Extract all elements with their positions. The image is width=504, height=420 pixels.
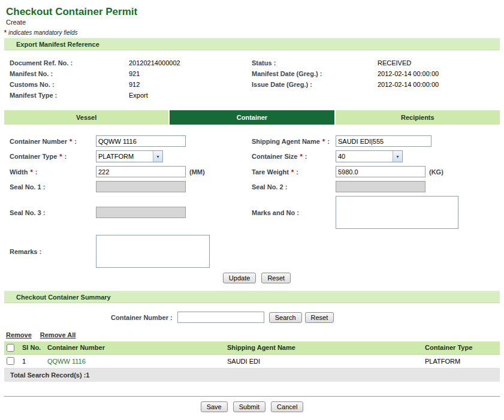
info-row: Manifest No. : 921 Manifest Date (Greg.)…: [10, 68, 504, 79]
info-value: 912: [129, 81, 252, 88]
container-size-select[interactable]: 40 ▼: [336, 150, 403, 162]
search-button[interactable]: Search: [269, 312, 302, 323]
width-input[interactable]: [96, 166, 186, 177]
tab-bar: Vessel Container Recipients: [4, 110, 500, 125]
container-form: Container Number*: Shipping Agent Name*:…: [0, 125, 504, 283]
required-star: *: [70, 138, 72, 145]
page-actions: Save Submit Cancel: [0, 401, 504, 412]
column-header-sl-no: Sl No.: [20, 342, 45, 354]
remove-link[interactable]: Remove: [6, 331, 32, 339]
save-button[interactable]: Save: [201, 401, 228, 412]
form-row: Width*: (MM) Tare Weight*: (KG): [10, 166, 504, 177]
info-row: Manifest Type : Export: [10, 90, 504, 101]
required-star: *: [59, 153, 62, 160]
form-row: Seal No. 1 : Seal No. 2 :: [10, 181, 504, 192]
container-type-value: PLATFORM: [96, 153, 153, 160]
tab-recipients[interactable]: Recipients: [336, 110, 500, 125]
form-row: Seal No. 3 : Marks and No :: [10, 196, 504, 229]
row-checkbox[interactable]: [7, 357, 14, 365]
shipping-agent-label: Shipping Agent Name*:: [252, 138, 336, 145]
tare-weight-label: Tare Weight*:: [252, 168, 336, 176]
total-records-bar: Total Search Record(s) :1: [4, 368, 500, 382]
info-label: Document Ref. No. :: [10, 59, 129, 67]
seal2-label: Seal No. 2 :: [252, 183, 336, 191]
info-label: Customs No. :: [10, 81, 129, 88]
mandatory-note-text: indicates mandatory fields: [8, 29, 78, 36]
required-star: *: [300, 153, 302, 160]
marks-textarea[interactable]: [336, 196, 458, 229]
divider: [4, 396, 500, 397]
search-container-number-label: Container Number :: [111, 314, 173, 321]
info-label: Issue Date (Greg.) :: [252, 81, 378, 88]
cell-container-type: PLATFORM: [422, 354, 500, 368]
seal1-input: [96, 181, 186, 192]
tab-container[interactable]: Container: [170, 110, 334, 125]
column-header-container-type: Container Type: [422, 342, 500, 354]
update-button[interactable]: Update: [223, 273, 256, 283]
seal3-input: [96, 207, 186, 218]
required-star: *: [30, 168, 32, 176]
search-reset-button[interactable]: Reset: [305, 312, 334, 323]
column-header-container-number: Container Number: [45, 342, 225, 354]
section-title: Checkout Container Summary: [16, 294, 111, 301]
info-value: Export: [129, 92, 252, 99]
chevron-down-icon: ▼: [153, 151, 162, 162]
container-size-label: Container Size*:: [252, 153, 336, 160]
container-number-label: Container Number*:: [10, 138, 96, 145]
width-label: Width*:: [10, 168, 96, 176]
required-star: *: [291, 168, 294, 176]
summary-search-row: Container Number : Search Reset: [111, 312, 504, 323]
container-number-link[interactable]: QQWW 1116: [47, 358, 86, 365]
marks-label: Marks and No :: [252, 209, 336, 216]
cell-shipping-agent: SAUDI EDI: [225, 354, 422, 368]
submit-button[interactable]: Submit: [233, 401, 265, 412]
table-row: 1 QQWW 1116 SAUDI EDI PLATFORM: [4, 354, 500, 368]
table-header-row: Sl No. Container Number Shipping Agent N…: [4, 342, 500, 354]
info-row: Customs No. : 912 Issue Date (Greg.) : 2…: [10, 79, 504, 90]
cell-sl-no: 1: [20, 354, 45, 368]
container-type-label: Container Type*:: [10, 153, 96, 160]
info-label: Status :: [252, 59, 378, 67]
tare-weight-unit-label: (KG): [429, 168, 443, 176]
remarks-label: Remarks :: [10, 248, 96, 255]
info-label: Manifest No. :: [10, 70, 129, 77]
section-title: Export Manifest Reference: [16, 41, 99, 48]
seal2-input: [336, 181, 425, 192]
form-actions: Update Reset: [10, 273, 504, 283]
cancel-button[interactable]: Cancel: [271, 401, 303, 412]
mandatory-star: *: [4, 29, 7, 36]
info-label: Manifest Type :: [10, 92, 129, 99]
container-number-search-input[interactable]: [177, 312, 264, 323]
export-manifest-info: Document Ref. No. : 20120214000002 Statu…: [0, 50, 504, 107]
remove-all-link[interactable]: Remove All: [40, 331, 76, 339]
seal3-label: Seal No. 3 :: [10, 209, 96, 216]
form-row: Container Number*: Shipping Agent Name*:: [10, 135, 504, 147]
section-export-manifest-reference: Export Manifest Reference: [4, 38, 500, 50]
tab-vessel[interactable]: Vessel: [4, 110, 168, 125]
shipping-agent-input[interactable]: [336, 135, 431, 147]
select-all-checkbox[interactable]: [7, 344, 14, 352]
page-title: Checkout Container Permit: [6, 6, 504, 18]
info-value: 921: [129, 70, 252, 77]
column-header-shipping-agent: Shipping Agent Name: [225, 342, 422, 354]
container-type-select[interactable]: PLATFORM ▼: [96, 150, 163, 162]
info-value: 20120214000002: [129, 59, 252, 67]
remarks-textarea[interactable]: [96, 235, 210, 268]
page-subtitle: Create: [6, 19, 504, 26]
mandatory-note: *indicates mandatory fields: [2, 29, 504, 36]
width-unit-label: (MM): [189, 168, 205, 176]
summary-table: Sl No. Container Number Shipping Agent N…: [4, 342, 500, 368]
checkout-container-permit-page: Checkout Container Permit Create *indica…: [0, 0, 504, 412]
form-reset-button[interactable]: Reset: [261, 273, 291, 283]
page-header: Checkout Container Permit Create: [0, 6, 504, 26]
required-star: *: [322, 138, 325, 145]
section-checkout-container-summary: Checkout Container Summary: [4, 291, 500, 303]
info-label: Manifest Date (Greg.) :: [252, 70, 378, 77]
container-size-value: 40: [336, 153, 393, 160]
tare-weight-input[interactable]: [336, 166, 425, 177]
form-row: Container Type*: PLATFORM ▼ Container Si…: [10, 150, 504, 162]
info-value: 2012-02-14 00:00:00: [378, 70, 504, 77]
container-number-input[interactable]: [96, 135, 186, 147]
form-row: Remarks :: [10, 235, 504, 268]
info-value: RECEIVED: [378, 59, 504, 67]
